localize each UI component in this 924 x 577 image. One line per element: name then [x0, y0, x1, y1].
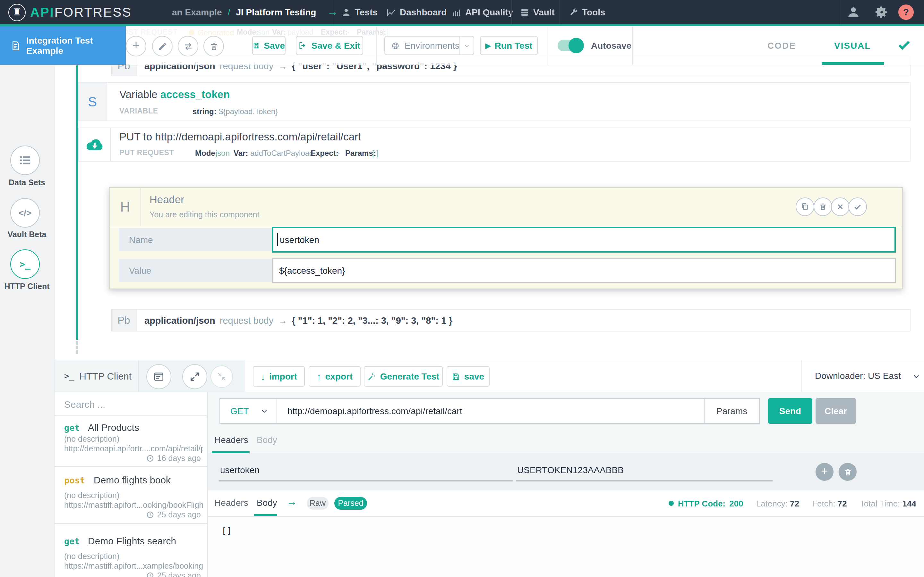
request-header-name-input[interactable] [219, 460, 513, 482]
response-tab-bar: Headers Body → Raw Parsed HTTP Code: 200… [208, 490, 924, 516]
toolbar-divider [547, 26, 548, 65]
cloud-download-icon [85, 137, 105, 152]
breadcrumb-project[interactable]: an Example [172, 7, 222, 17]
put-body-row[interactable]: Pb application/json request body → { "1"… [111, 309, 911, 332]
response-body: [] [208, 516, 924, 577]
arrow-icon: → [278, 315, 287, 326]
settings-button[interactable] [875, 6, 888, 19]
nav-item-dashboard[interactable]: Dashboard [386, 0, 447, 24]
put-mode-label: Mode: [195, 149, 218, 158]
tab-visual[interactable]: VISUAL [834, 26, 871, 65]
add-header-button[interactable]: + [816, 463, 834, 481]
valid-check-icon [897, 39, 911, 53]
run-test-button[interactable]: ▶ Run Test [480, 36, 538, 55]
header-value-label: Value [119, 259, 272, 282]
breadcrumb-arrow-icon: → [327, 6, 338, 19]
variable-row[interactable]: S Variable access_token VARIABLE string:… [78, 82, 911, 121]
tab-integration-test-example[interactable]: Integration Test Example [0, 26, 126, 65]
nav-item-api-quality[interactable]: API Quality [452, 0, 513, 24]
nav-item-tests[interactable]: Tests [341, 0, 378, 24]
environments-dropdown[interactable]: Environments [384, 36, 474, 55]
save-and-exit-button[interactable]: Save & Exit [296, 36, 363, 55]
put-request-row[interactable]: PUT to http://demoapi.apifortress.com/ap… [78, 127, 911, 161]
clear-button[interactable]: Clear [816, 398, 856, 424]
cancel-edit-button[interactable] [831, 197, 850, 216]
nav-item-tools[interactable]: Tools [569, 0, 606, 24]
sidebar-item-vault-beta[interactable]: </> [10, 198, 40, 227]
client-save-button[interactable]: save [447, 366, 489, 387]
autosave-toggle-knob[interactable] [569, 38, 584, 53]
export-button[interactable]: ↑ export [309, 366, 360, 387]
list-icon [19, 154, 31, 167]
url-input[interactable] [277, 399, 704, 423]
method-badge: post [64, 475, 85, 485]
nav-item-vault[interactable]: Vault [520, 0, 555, 24]
request-history-panel: get All Products (no description) http:/… [54, 392, 208, 577]
document-icon [11, 40, 21, 51]
reorder-button[interactable] [178, 36, 198, 56]
generate-test-button[interactable]: Generate Test [364, 366, 443, 387]
arrow-up-icon: ↑ [317, 371, 321, 382]
header-value-input[interactable] [272, 258, 896, 283]
logo-api: API [30, 5, 55, 19]
user-profile-button[interactable] [847, 6, 860, 19]
method-select[interactable]: GET [220, 399, 277, 423]
params-button[interactable]: Params [704, 399, 759, 423]
edit-button[interactable] [152, 36, 173, 56]
header-name-input[interactable] [272, 227, 896, 253]
raw-toggle[interactable]: Raw [307, 497, 328, 510]
environments-label: Environments [405, 40, 459, 51]
expand-panel-button[interactable] [182, 364, 207, 389]
response-tab-body[interactable]: Body [257, 498, 277, 508]
arrow-down-icon: ↓ [260, 371, 265, 382]
help-button[interactable]: ? [898, 5, 914, 20]
history-item-demo-flights-search[interactable]: get Demo Flights search (no description)… [54, 524, 207, 577]
save-label: Save [264, 40, 285, 51]
toolbar-divider [376, 26, 376, 65]
confirm-edit-button[interactable] [848, 197, 867, 216]
tab-code[interactable]: CODE [767, 26, 796, 65]
history-item-all-products[interactable]: get All Products (no description) http:/… [54, 416, 207, 467]
terminal-prompt-icon: >_ [64, 371, 74, 381]
sidebar-label-vault-beta: Vault Beta [0, 230, 54, 239]
nav-divider [559, 0, 560, 24]
arrow-icon: → [287, 496, 297, 508]
search-input[interactable] [54, 392, 207, 416]
collapse-panel-button[interactable] [210, 366, 233, 388]
apifortress-logo[interactable]: APIFORTRESS [30, 0, 132, 24]
nav-divider [841, 0, 841, 24]
request-header-value-input[interactable] [516, 460, 772, 482]
save-exit-label: Save & Exit [312, 40, 360, 51]
sidebar-item-data-sets[interactable] [10, 145, 40, 175]
console-panel-button[interactable] [146, 364, 171, 389]
delete-button[interactable] [204, 36, 224, 56]
request-tab-body[interactable]: Body [257, 435, 277, 445]
request-tab-headers[interactable]: Headers [214, 435, 248, 445]
send-button[interactable]: Send [768, 398, 813, 424]
save-button[interactable]: Save [252, 36, 286, 55]
total-time-value: 144 [903, 498, 916, 508]
parsed-toggle[interactable]: Parsed [334, 497, 367, 510]
sidebar-item-http-client[interactable]: >_ [10, 250, 40, 279]
total-time-metric: Total Time: 144 [860, 498, 916, 508]
history-item-demo-flights-book[interactable]: post Demo flights book (no description) … [54, 467, 207, 524]
downloader-select[interactable]: Downloader: US East [815, 360, 920, 392]
chevron-down-icon [464, 42, 470, 49]
http-client-title: HTTP Client [79, 371, 132, 382]
remove-header-button[interactable] [838, 463, 857, 481]
code-brackets-icon: </> [19, 208, 32, 218]
duplicate-component-button[interactable] [796, 197, 814, 216]
header-name-label: Name [119, 228, 272, 251]
nav-divider [511, 0, 512, 24]
terminal-window-icon [153, 371, 164, 382]
response-metrics: HTTP Code: 200 Latency: 72 Fetch: 72 Tot… [669, 490, 916, 516]
add-component-button[interactable]: + [126, 36, 146, 56]
pencil-icon [158, 41, 167, 51]
variable-kind-label: VARIABLE [120, 107, 158, 115]
breadcrumb-test[interactable]: JI Platform Testing [236, 7, 316, 17]
person-test-icon [341, 7, 351, 17]
play-icon: ▶ [485, 41, 491, 50]
delete-component-button[interactable] [814, 197, 832, 216]
response-tab-headers[interactable]: Headers [214, 498, 248, 508]
import-button[interactable]: ↓ import [253, 366, 305, 387]
